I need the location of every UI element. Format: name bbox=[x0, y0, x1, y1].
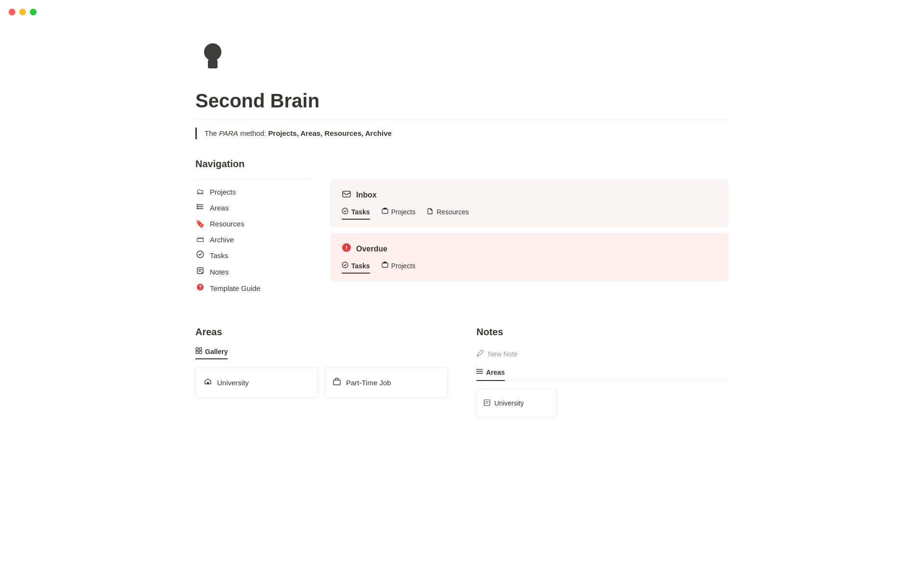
navigation-title: Navigation bbox=[195, 158, 729, 170]
quote-italic: PARA bbox=[219, 129, 238, 137]
svg-rect-10 bbox=[343, 191, 350, 197]
gallery-tab-label: Gallery bbox=[205, 348, 228, 355]
nav-label-template-guide: Template Guide bbox=[210, 284, 260, 292]
inbox-projects-label: Projects bbox=[391, 208, 416, 216]
overdue-tabs: Tasks Projects bbox=[342, 262, 717, 274]
gallery-grid-icon bbox=[195, 347, 202, 355]
areas-section: Areas Gallery University bbox=[195, 327, 448, 418]
inbox-tasks-icon bbox=[342, 208, 348, 216]
svg-rect-21 bbox=[207, 382, 209, 384]
inbox-tab-tasks[interactable]: Tasks bbox=[342, 208, 370, 220]
inbox-resources-label: Resources bbox=[436, 208, 469, 216]
quote-prefix: The bbox=[205, 129, 219, 137]
notes-areas-icon bbox=[476, 368, 483, 376]
inbox-projects-icon bbox=[382, 208, 388, 216]
new-note-icon bbox=[476, 349, 484, 358]
svg-point-5 bbox=[197, 208, 198, 210]
maximize-button[interactable] bbox=[30, 9, 37, 15]
nav-label-notes: Notes bbox=[210, 268, 229, 276]
note-card-1-label: University bbox=[494, 399, 524, 407]
gallery-card-part-time-job[interactable]: Part-Time Job bbox=[324, 367, 448, 398]
areas-section-title: Areas bbox=[195, 327, 448, 338]
svg-rect-20 bbox=[199, 351, 202, 354]
svg-rect-18 bbox=[199, 348, 202, 350]
page-title: Second Brain bbox=[195, 90, 729, 112]
notes-icon bbox=[195, 267, 205, 276]
nav-item-template-guide[interactable]: ? Template Guide bbox=[195, 281, 311, 295]
svg-rect-22 bbox=[334, 380, 340, 385]
areas-gallery-tab-bar: Gallery bbox=[195, 347, 448, 359]
university-label: University bbox=[217, 379, 249, 387]
nav-item-projects[interactable]: 🗂 Projects bbox=[195, 185, 311, 198]
part-time-job-label: Part-Time Job bbox=[346, 379, 391, 387]
overdue-tab-projects[interactable]: Projects bbox=[382, 262, 416, 274]
note-card-1[interactable]: University bbox=[476, 389, 557, 418]
nav-label-archive: Archive bbox=[210, 236, 234, 244]
gallery-card-university[interactable]: University bbox=[195, 367, 319, 398]
notes-tab-bar: Areas bbox=[476, 368, 729, 381]
notes-tab-areas[interactable]: Areas bbox=[476, 368, 505, 381]
nav-item-resources[interactable]: 🔖 Resources bbox=[195, 217, 311, 230]
overdue-tasks-label: Tasks bbox=[351, 262, 370, 270]
nav-item-areas[interactable]: Areas bbox=[195, 201, 311, 214]
notes-section: Notes New Note Areas bbox=[476, 327, 729, 418]
nav-label-tasks: Tasks bbox=[210, 251, 228, 260]
svg-text:?: ? bbox=[199, 285, 202, 290]
tasks-icon bbox=[195, 250, 205, 260]
archive-icon: 🗃 bbox=[195, 235, 205, 244]
resources-icon: 🔖 bbox=[195, 219, 205, 228]
notes-areas-label: Areas bbox=[486, 368, 505, 376]
svg-rect-16 bbox=[382, 263, 388, 267]
page-content: Second Brain The PARA method: Projects, … bbox=[149, 0, 775, 456]
overdue-projects-icon bbox=[382, 262, 388, 270]
inbox-tabs: Tasks Projects Resources bbox=[342, 208, 717, 220]
inbox-card: Inbox Tasks Projects bbox=[330, 179, 729, 227]
svg-rect-12 bbox=[382, 209, 388, 213]
traffic-lights bbox=[9, 9, 37, 15]
svg-point-15 bbox=[342, 262, 348, 268]
inbox-tab-resources[interactable]: Resources bbox=[427, 208, 469, 220]
svg-text:!: ! bbox=[346, 244, 347, 251]
areas-gallery-cards: University Part-Time Job bbox=[195, 367, 448, 398]
overdue-tab-tasks[interactable]: Tasks bbox=[342, 262, 370, 274]
overdue-title: Overdue bbox=[356, 245, 387, 253]
notes-gallery: University bbox=[476, 389, 729, 418]
inbox-title: Inbox bbox=[356, 191, 377, 199]
navigation-layout: 🗂 Projects Areas 🔖 Resources 🗃 Archive bbox=[195, 179, 729, 298]
quote-bold: Projects, Areas, Resources, Archive bbox=[268, 129, 392, 137]
overdue-card: ! Overdue Tasks Projec bbox=[330, 233, 729, 281]
nav-label-projects: Projects bbox=[210, 188, 236, 196]
nav-label-areas: Areas bbox=[210, 204, 229, 212]
svg-point-11 bbox=[342, 208, 348, 214]
svg-rect-19 bbox=[196, 351, 198, 354]
svg-point-3 bbox=[197, 204, 198, 206]
svg-rect-17 bbox=[196, 348, 198, 350]
svg-point-25 bbox=[476, 373, 477, 374]
page-icon bbox=[195, 39, 729, 79]
part-time-job-icon bbox=[333, 377, 341, 388]
new-note-label: New Note bbox=[488, 350, 517, 358]
inbox-tasks-label: Tasks bbox=[351, 208, 370, 216]
nav-list: 🗂 Projects Areas 🔖 Resources 🗃 Archive bbox=[195, 179, 311, 298]
new-note-button[interactable]: New Note bbox=[476, 347, 729, 360]
note-card-1-icon bbox=[484, 399, 490, 407]
overdue-tasks-icon bbox=[342, 262, 348, 270]
title-divider bbox=[195, 119, 729, 120]
nav-item-tasks[interactable]: Tasks bbox=[195, 249, 311, 262]
overdue-header: ! Overdue bbox=[342, 243, 717, 255]
nav-item-archive[interactable]: 🗃 Archive bbox=[195, 233, 311, 246]
svg-point-24 bbox=[476, 371, 477, 372]
svg-rect-2 bbox=[210, 59, 216, 62]
inbox-resources-icon bbox=[427, 208, 434, 216]
projects-icon: 🗂 bbox=[195, 187, 205, 196]
overdue-icon: ! bbox=[342, 243, 351, 255]
minimize-button[interactable] bbox=[19, 9, 26, 15]
para-description: The PARA method: Projects, Areas, Resour… bbox=[195, 128, 729, 139]
close-button[interactable] bbox=[9, 9, 15, 15]
svg-point-23 bbox=[476, 369, 477, 370]
areas-icon bbox=[195, 203, 205, 212]
areas-gallery-tab[interactable]: Gallery bbox=[195, 347, 228, 359]
inbox-tab-projects[interactable]: Projects bbox=[382, 208, 416, 220]
svg-rect-26 bbox=[484, 400, 490, 406]
nav-item-notes[interactable]: Notes bbox=[195, 265, 311, 278]
